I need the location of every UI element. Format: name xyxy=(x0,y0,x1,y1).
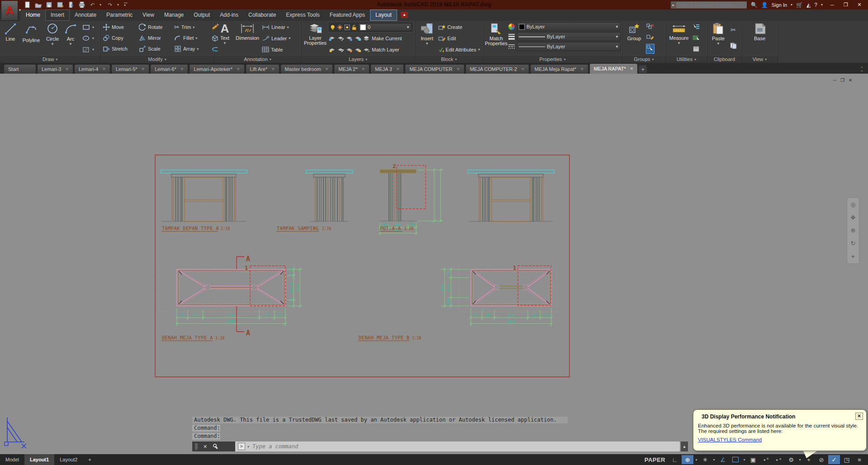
close-icon[interactable]: ✕ xyxy=(396,67,400,71)
close-icon[interactable]: ✕ xyxy=(325,67,329,71)
lineweight-dropdown[interactable]: ByLayer▼ xyxy=(517,32,621,41)
measure-dropdown-icon[interactable]: ▼ xyxy=(677,42,681,45)
paste-dropdown-icon[interactable]: ▼ xyxy=(716,42,720,45)
search-input[interactable] xyxy=(676,2,747,8)
save-button[interactable] xyxy=(45,1,53,9)
polyline-button[interactable]: Polyline xyxy=(19,22,43,55)
restore-button[interactable]: ❐ xyxy=(839,0,853,9)
linetype-icon[interactable] xyxy=(508,44,515,49)
linear-dimension-button[interactable]: Linear▾ xyxy=(261,22,299,33)
tab-view[interactable]: View xyxy=(138,9,159,21)
sign-in-button[interactable]: Sign In xyxy=(772,2,787,8)
tab-home[interactable]: Home xyxy=(21,9,45,21)
layout2-tab[interactable]: Layout2 xyxy=(54,454,83,465)
autodesk-logo-icon[interactable]: ◭ xyxy=(806,2,811,8)
make-current-button[interactable]: Make Current xyxy=(328,33,413,44)
scale-button[interactable]: Scale xyxy=(138,43,173,54)
properties-panel-label[interactable]: Properties▾ xyxy=(483,55,622,63)
close-icon[interactable]: ✕ xyxy=(180,67,184,71)
lineweight-icon[interactable] xyxy=(508,33,515,40)
minimize-button[interactable]: ─ xyxy=(825,0,839,9)
customization-menu-button[interactable]: ≡ xyxy=(854,455,865,464)
tab-express-tools[interactable]: Express Tools xyxy=(281,9,324,21)
object-color-dropdown[interactable]: ByLayer▼ xyxy=(517,22,621,31)
snap-mode-toggle[interactable]: ⊕ xyxy=(682,455,693,464)
match-properties-button[interactable]: Match Properties xyxy=(484,22,508,55)
doc-tab[interactable]: Lemari-5*✕ xyxy=(111,64,149,74)
help-dropdown-icon[interactable]: ▾ xyxy=(821,3,823,7)
layers-panel-label[interactable]: Layers▾ xyxy=(301,55,415,63)
doc-tab[interactable]: Lemari-3✕ xyxy=(37,64,73,74)
ungroup-button[interactable] xyxy=(646,23,654,31)
pan-icon[interactable]: ✥ xyxy=(851,214,856,221)
array-dropdown-icon[interactable]: ▾ xyxy=(197,47,199,51)
mirror-button[interactable]: Mirror xyxy=(138,33,173,43)
table-button[interactable]: Table xyxy=(261,44,299,55)
undo-button[interactable]: ↶ xyxy=(89,1,96,9)
quick-calculator-button[interactable] xyxy=(693,46,699,54)
selection-cycling-toggle[interactable]: ▣ xyxy=(747,455,759,464)
edit-attributes-dropdown-icon[interactable]: ▾ xyxy=(478,48,480,51)
group-selection-toggle[interactable] xyxy=(646,44,655,54)
utilities-panel-label[interactable]: Utilities▾ xyxy=(666,55,707,63)
insert-block-button[interactable]: Insert▼ xyxy=(417,22,437,55)
close-icon[interactable]: ✕ xyxy=(271,67,275,71)
model-tab[interactable]: Model xyxy=(0,454,24,465)
close-icon[interactable]: ✕ xyxy=(456,67,460,71)
graphics-performance-button[interactable]: ✓ xyxy=(828,455,840,464)
edit-block-button[interactable]: Edit xyxy=(437,33,481,44)
tab-layout[interactable]: Layout xyxy=(370,9,397,21)
doc-tab[interactable]: MEJA Meja Rapat*✕ xyxy=(530,64,588,74)
save-as-button[interactable] xyxy=(56,1,64,9)
layer-unlock-icon[interactable] xyxy=(351,24,357,30)
search-binoculars-icon[interactable]: 🔍 xyxy=(751,2,758,8)
copy-clip-button[interactable] xyxy=(730,42,737,51)
ortho-mode-toggle[interactable]: ∠ xyxy=(717,455,729,464)
doc-tab[interactable]: Lift Are*✕ xyxy=(246,64,280,74)
block-panel-label[interactable]: Block▾ xyxy=(415,55,483,63)
stretch-button[interactable]: Stretch xyxy=(102,43,138,54)
annotation-autoscale-toggle[interactable]: ⋆⁺ xyxy=(773,455,784,464)
new-layout-button[interactable]: + xyxy=(83,454,96,465)
doc-tab[interactable]: Lemari-6*✕ xyxy=(150,64,188,74)
arc-dropdown-icon[interactable]: ▼ xyxy=(69,42,72,46)
layer-thaw-icon[interactable] xyxy=(337,24,343,30)
tab-insert[interactable]: Insert xyxy=(45,9,70,21)
doc-tab[interactable]: MEJA 2*✕ xyxy=(334,64,370,74)
redo-button[interactable]: ↷ xyxy=(106,1,114,9)
tab-overflow-icon[interactable]: ⌄⌄ xyxy=(860,65,863,72)
clipboard-panel-label[interactable]: Clipboard xyxy=(707,55,741,63)
group-button[interactable]: Group xyxy=(624,22,645,55)
tab-output[interactable]: Output xyxy=(189,9,215,21)
polar-dropdown-icon[interactable]: ▾ xyxy=(712,458,716,462)
doc-tab[interactable]: Lemari-Apoteker*✕ xyxy=(189,64,244,74)
new-drawing-tab-button[interactable]: + xyxy=(639,65,647,73)
select-objects-button[interactable] xyxy=(693,34,700,42)
close-button[interactable]: ✕ xyxy=(853,0,866,9)
edit-attributes-button[interactable]: Edit Attributes▾ xyxy=(437,44,481,55)
layout1-tab[interactable]: Layout1 xyxy=(24,454,54,465)
dyninput-dropdown-icon[interactable]: ▾ xyxy=(742,458,746,462)
command-input-field[interactable]: > ▾ xyxy=(235,442,680,451)
redo-dropdown-icon[interactable]: ▾ xyxy=(117,3,121,7)
fillet-dropdown-icon[interactable]: ▾ xyxy=(195,37,197,40)
draw-panel-label[interactable]: Draw▾ xyxy=(0,55,100,63)
linear-dropdown-icon[interactable]: ▾ xyxy=(287,26,289,29)
command-customize-wrench-icon[interactable] xyxy=(213,443,219,450)
save-to-mobile-button[interactable] xyxy=(67,1,75,9)
paste-button[interactable]: Paste▼ xyxy=(709,22,728,55)
new-file-button[interactable] xyxy=(24,1,31,9)
measure-button[interactable]: Measure▼ xyxy=(667,22,691,55)
tab-collaborate[interactable]: Collaborate xyxy=(243,9,281,21)
command-history-expand-button[interactable]: ▲ xyxy=(681,442,688,451)
tab-featured-apps[interactable]: Featured Apps xyxy=(325,9,370,21)
annotation-scale-button[interactable]: ⚙ xyxy=(785,455,797,464)
doc-tab-active[interactable]: MEJA RAPAT*✕ xyxy=(589,63,638,74)
dynamic-input-toggle[interactable] xyxy=(730,455,741,464)
rotate-button[interactable]: Rotate xyxy=(138,22,173,33)
close-icon[interactable]: ✕ xyxy=(521,67,525,71)
command-line-handle[interactable]: ✕ xyxy=(192,442,235,451)
recent-commands-icon[interactable]: ▾ xyxy=(247,445,249,448)
layer-viewport-freeze-icon[interactable] xyxy=(344,24,350,30)
groups-panel-label[interactable]: Groups▾ xyxy=(622,55,665,63)
